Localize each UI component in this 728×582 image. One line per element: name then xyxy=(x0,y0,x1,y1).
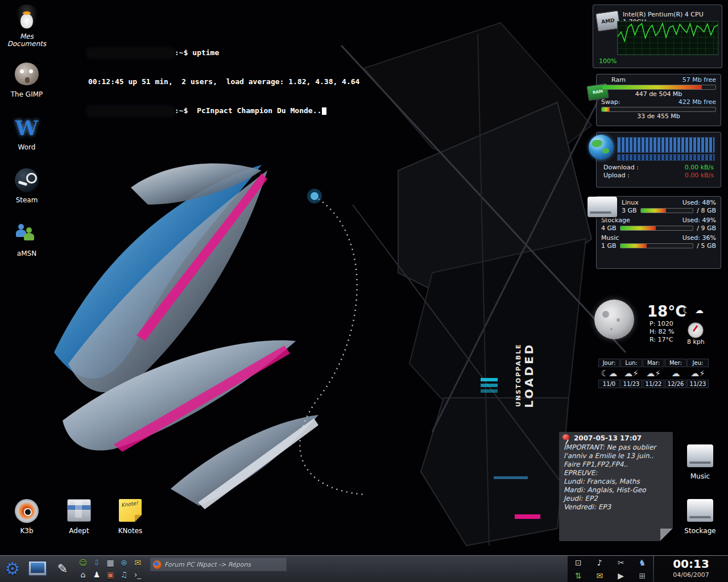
knotes-icon xyxy=(117,499,144,526)
network-tray-icon[interactable]: ⇅ xyxy=(573,570,584,581)
mail-notifier-tray-icon[interactable]: ✉ xyxy=(594,570,605,581)
condition-icon-cloud: ☁ xyxy=(695,305,704,315)
media-tray-icon[interactable]: ▶ xyxy=(615,570,627,581)
upload-value: 0.00 kB/s xyxy=(685,172,714,179)
download-value: 0.00 kB/s xyxy=(685,164,714,171)
network-monitor-widget: Download : 0.00 kB/s Upload : 0.00 kB/s xyxy=(596,132,721,188)
ram-monitor-widget: RAM Ram 57 Mb free 447 de 504 Mb Swap: 4… xyxy=(596,74,721,126)
clock-time: 00:13 xyxy=(654,556,728,571)
system-monitor-launcher[interactable]: ▦ xyxy=(105,557,116,568)
ram-label: Ram xyxy=(611,76,626,84)
wallpaper-caption-line1: UNSTOPPABLE xyxy=(515,335,522,415)
desktop-icon-steam[interactable]: Steam xyxy=(2,168,51,204)
taskbar-panel: ⚙ ✎ ☺ ⇩ ▦ ⊕ ✉ ⌂ ♟ ▣ ♫ ›_ Forum PC INpact… xyxy=(0,555,728,582)
icon-label: aMSN xyxy=(2,250,51,257)
gimp-icon xyxy=(13,63,40,90)
note-timestamp: 2007-05-13 17:07 xyxy=(559,432,673,443)
desktop-icon-amsn[interactable]: aMSN xyxy=(2,222,51,257)
download-label: Download : xyxy=(603,164,639,171)
ram-used-total: 447 de 504 Mb xyxy=(597,90,721,98)
clock-applet[interactable]: 00:13 04/06/2007 xyxy=(654,556,728,582)
terminal-line-2: 00:12:45 up 51 min, 2 users, load averag… xyxy=(88,77,359,86)
icon-label: K3b xyxy=(2,527,51,535)
cpu-monitor-widget: AMD Intel(R) Pentium(R) 4 CPU 1.70GH- 10… xyxy=(593,5,722,68)
desktop-icon-mes-documents[interactable]: Mes Documents xyxy=(2,5,51,48)
disk-name: Music xyxy=(601,234,619,242)
disk-total: / 8 GB xyxy=(697,207,716,214)
desktop-icon-word[interactable]: W Word xyxy=(2,115,51,151)
disk-size: 1 GB xyxy=(601,242,617,250)
icon-label: KNotes xyxy=(106,527,155,535)
volume-tray-icon[interactable]: ♪ xyxy=(594,557,605,568)
forecast-icon: ☁⚡ xyxy=(621,367,642,380)
text-editor-launcher[interactable]: ✎ xyxy=(52,558,73,580)
swap-label: Swap: xyxy=(601,98,620,106)
terminal-line-3: :~$ PcInpact Champion Du Monde.. xyxy=(88,106,359,115)
download-manager-launcher[interactable]: ⇩ xyxy=(91,557,102,568)
disk-usage-bar xyxy=(640,208,694,213)
quick-launch-icons: ☺ ⇩ ▦ ⊕ ✉ ⌂ ♟ ▣ ♫ ›_ xyxy=(77,557,144,581)
desktop-monitor-icon xyxy=(28,560,47,576)
tux-app-launcher[interactable]: ♟ xyxy=(91,569,102,580)
taskbar-task-firefox[interactable]: Forum PC INpact -> Répons xyxy=(150,558,287,571)
icon-label: Mes Documents xyxy=(2,33,51,48)
cpu-usage-graph xyxy=(617,21,718,55)
note-body: IMPORTANT: Ne pas oublier l'anniv a Emil… xyxy=(559,443,673,512)
terminal-output-overlay: :~$ uptime 00:12:45 up 51 min, 2 users, … xyxy=(88,28,359,135)
terminal-cursor xyxy=(322,107,326,115)
klipper-tray-icon[interactable]: ✂ xyxy=(615,557,627,568)
drive-icon xyxy=(686,444,714,472)
note-folded-corner xyxy=(660,529,673,541)
k-menu-button[interactable]: ⚙ xyxy=(2,558,23,580)
harddrive-icon xyxy=(588,197,617,217)
forecast-icon: ☁ xyxy=(665,367,686,380)
swap-usage-bar xyxy=(601,107,716,112)
desktop-icon-music[interactable]: Music xyxy=(676,444,725,480)
file-manager-launcher[interactable]: ⌂ xyxy=(77,569,89,580)
web-browser-launcher[interactable]: ⊕ xyxy=(118,557,130,568)
mail-client-launcher[interactable]: ✉ xyxy=(132,557,143,568)
terminal-line-1: :~$ uptime xyxy=(88,48,359,57)
show-desktop-button[interactable] xyxy=(27,558,48,580)
realfeel-value: R: 17°C xyxy=(650,336,674,344)
wind-compass-icon xyxy=(688,322,704,338)
clock-date: 04/06/2007 xyxy=(654,571,728,579)
icon-label: The GIMP xyxy=(2,91,51,98)
disk-usage-bar xyxy=(620,243,694,248)
desktop-icon-k3b[interactable]: K3b xyxy=(2,499,51,535)
icon-label: Stockage xyxy=(676,527,725,535)
desktop-icon-knotes[interactable]: KNotes xyxy=(106,499,155,535)
desktop-share-tray-icon[interactable]: ⊞ xyxy=(636,570,648,581)
network-traffic-graph-2 xyxy=(617,154,715,161)
disk-size: 3 GB xyxy=(622,207,637,214)
icon-label: Music xyxy=(676,473,725,480)
network-traffic-graph xyxy=(617,137,715,153)
amsn-icon xyxy=(13,222,40,249)
messenger-launcher[interactable]: ☺ xyxy=(77,557,89,568)
firefox-icon xyxy=(153,560,162,569)
amule-tray-icon[interactable]: ♞ xyxy=(636,557,648,568)
adept-icon xyxy=(65,499,93,526)
disk-usage-bar xyxy=(620,226,694,231)
terminal-launcher[interactable]: ›_ xyxy=(132,569,143,580)
disk-total: / 9 GB xyxy=(697,225,716,232)
icon-label: Word xyxy=(2,144,51,151)
media-player-launcher[interactable]: ♫ xyxy=(118,569,130,580)
temperature-value: 18°C xyxy=(647,303,686,320)
forecast-icon: ☁⚡ xyxy=(643,367,664,380)
forecast-day: Mer: ☁ 12/26 xyxy=(665,359,686,388)
display-settings-tray-icon[interactable]: ⊡ xyxy=(573,557,584,568)
package-manager-launcher[interactable]: ▣ xyxy=(105,569,116,580)
wind-speed: 8 kph xyxy=(687,338,705,346)
desktop-icon-adept[interactable]: Adept xyxy=(55,499,104,535)
icon-label: Steam xyxy=(2,197,51,204)
desktop-icon-gimp[interactable]: The GIMP xyxy=(2,63,51,98)
uptime-result: 00:12:45 up 51 min, 2 users, load averag… xyxy=(88,77,359,86)
tux-penguin-icon xyxy=(13,5,40,32)
desktop-icon-stockage[interactable]: Stockage xyxy=(676,499,725,535)
upload-label: Upload : xyxy=(603,172,630,179)
icon-label: Adept xyxy=(55,527,104,535)
censored-username xyxy=(88,107,173,115)
sticky-note-widget: 2007-05-13 17:07 IMPORTANT: Ne pas oubli… xyxy=(559,432,673,541)
globe-icon xyxy=(589,135,614,160)
